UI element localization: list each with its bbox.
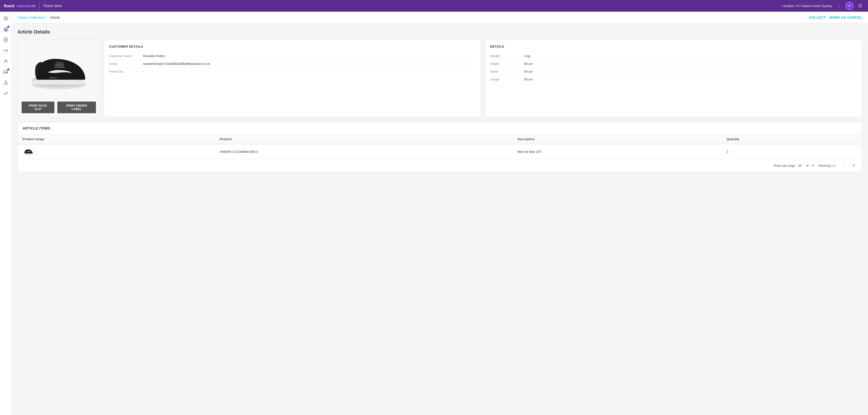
svg-rect-3 bbox=[4, 17, 8, 17]
items-table-head: Product Image Product Description Quanti… bbox=[18, 135, 862, 144]
quantity-cell: 2 bbox=[721, 144, 862, 159]
weight-value: 1 kg bbox=[524, 54, 530, 58]
print-pack-slip-button[interactable]: PRINT PACK SLIP bbox=[22, 101, 54, 113]
customer-phone-label: Phone No. bbox=[109, 70, 143, 73]
top-nav: fluent commerce ≡ Fluent Store Location:… bbox=[0, 0, 868, 12]
svg-rect-4 bbox=[4, 18, 8, 19]
pagination-bar: Rows per page 10 25 50 Showing 1-1 bbox=[18, 159, 862, 172]
product-thumb bbox=[23, 147, 34, 156]
weight-label: Weigth bbox=[490, 54, 524, 58]
col-description: Description bbox=[513, 135, 721, 144]
orders-icon bbox=[4, 38, 8, 42]
mark-as-cancel-button[interactable]: MARK AS CANCEL bbox=[830, 16, 862, 20]
breadcrumb-current: Article bbox=[50, 16, 60, 20]
breadcrumb-parent-link[interactable]: Carrier Collections bbox=[18, 16, 45, 20]
next-page-button[interactable] bbox=[850, 162, 857, 169]
product-sku-cell: AH8050-1713346661586-0 bbox=[215, 144, 513, 159]
height-label: Height bbox=[490, 62, 524, 66]
page-title: Article Details bbox=[18, 29, 862, 35]
col-product-image: Product Image bbox=[18, 135, 215, 144]
width-value: 50 cm bbox=[524, 70, 533, 73]
col-quantity: Quantity bbox=[721, 135, 862, 144]
workflow-icon bbox=[4, 49, 8, 53]
items-table-header-row: Product Image Product Description Quanti… bbox=[18, 135, 862, 144]
details-section-title: DETAILS bbox=[490, 45, 857, 48]
sidebar bbox=[0, 12, 12, 415]
product-image-cell bbox=[18, 144, 215, 159]
menu-icon bbox=[4, 17, 8, 20]
page-area: Article Details bbox=[12, 23, 868, 178]
svg-rect-16 bbox=[4, 70, 6, 72]
users-icon bbox=[4, 59, 8, 63]
details-card: DETAILS Weigth 1 kg Height 50 cm Width 5… bbox=[485, 39, 862, 117]
sidebar-item-shipping[interactable] bbox=[1, 67, 11, 77]
refresh-button[interactable] bbox=[856, 2, 864, 10]
main-layout: Carrier Collections / Article COLLECT MA… bbox=[0, 12, 868, 415]
width-row: Width 50 cm bbox=[490, 68, 857, 76]
sidebar-item-store[interactable] bbox=[1, 24, 11, 34]
shipping-badge bbox=[7, 68, 9, 70]
customer-name-label: Customer Name bbox=[109, 54, 143, 58]
sidebar-item-workflow[interactable] bbox=[1, 46, 11, 55]
table-row: AH8050-1713346661586-0 Nike Air Max 270 … bbox=[18, 144, 862, 159]
svg-rect-25 bbox=[33, 80, 85, 85]
length-label: Length bbox=[490, 78, 524, 81]
shoe-image-area: AIRMAX bbox=[22, 44, 96, 99]
top-nav-left: fluent commerce ≡ Fluent Store bbox=[4, 2, 62, 9]
alerts-icon bbox=[4, 81, 8, 85]
product-description: Nike Air Max 270 bbox=[517, 150, 541, 153]
sidebar-item-alerts[interactable] bbox=[1, 78, 11, 87]
rows-per-page: Rows per page 10 25 50 bbox=[774, 164, 814, 168]
store-name: Fluent Store bbox=[43, 4, 62, 8]
article-items-card: ARTICLE ITEMS Product Image Product Desc… bbox=[18, 122, 862, 172]
product-quantity: 2 bbox=[726, 150, 728, 153]
card-buttons: PRINT PACK SLIP PRINT ORDER LABEL bbox=[22, 101, 96, 113]
check-icon bbox=[4, 92, 8, 95]
customer-email-value: randomEmail1713346661586@fluentstore.co.… bbox=[143, 62, 210, 66]
height-value: 50 cm bbox=[524, 62, 533, 66]
sidebar-item-menu[interactable] bbox=[1, 13, 11, 23]
showing-text: Showing 1-1 bbox=[818, 164, 836, 168]
article-items-header: ARTICLE ITEMS bbox=[18, 122, 862, 135]
more-options-button[interactable]: ⋮ bbox=[835, 2, 843, 10]
breadcrumb: Carrier Collections / Article bbox=[18, 16, 60, 20]
product-sku: AH8050-1713346661586-0 bbox=[220, 150, 258, 153]
svg-text:≡: ≡ bbox=[33, 4, 34, 7]
breadcrumb-separator: / bbox=[48, 16, 48, 20]
sidebar-item-check[interactable] bbox=[1, 88, 11, 98]
image-card: AIRMAX PRINT PACK SLIP PRINT ORDER LABEL bbox=[18, 39, 100, 117]
sidebar-item-orders[interactable] bbox=[1, 35, 11, 45]
svg-rect-32 bbox=[25, 153, 33, 154]
chevron-down-icon bbox=[811, 165, 814, 167]
prev-page-button[interactable] bbox=[840, 162, 846, 169]
breadcrumb-actions: COLLECT MARK AS CANCEL bbox=[809, 16, 862, 20]
breadcrumb-bar: Carrier Collections / Article COLLECT MA… bbox=[12, 12, 868, 23]
customer-name-row: Customer Name Ronaldo Pollich bbox=[109, 52, 476, 60]
svg-point-17 bbox=[4, 72, 5, 73]
svg-rect-7 bbox=[5, 30, 6, 31]
collect-button[interactable]: COLLECT bbox=[809, 16, 826, 20]
location-text: Location: FC Fashion North Sydney bbox=[782, 4, 832, 8]
customer-phone-row: Phone No. - bbox=[109, 68, 476, 75]
top-nav-right: Location: FC Fashion North Sydney ⋮ F bbox=[782, 2, 864, 10]
svg-point-20 bbox=[6, 84, 6, 84]
height-row: Height 50 cm bbox=[490, 60, 857, 68]
refresh-icon bbox=[858, 4, 862, 8]
logo: fluent commerce ≡ bbox=[4, 3, 35, 9]
avatar-button[interactable]: F bbox=[846, 2, 854, 10]
chevron-right-icon bbox=[853, 164, 855, 167]
article-items-title: ARTICLE ITEMS bbox=[23, 126, 50, 130]
sidebar-item-users[interactable] bbox=[1, 56, 11, 66]
product-thumb-image bbox=[23, 148, 34, 155]
rows-per-page-select[interactable]: 10 25 50 bbox=[797, 164, 809, 168]
customer-phone-value: - bbox=[143, 70, 144, 73]
shipping-icon bbox=[3, 70, 8, 73]
print-order-label-button[interactable]: PRINT ORDER LABEL bbox=[57, 101, 96, 113]
svg-rect-5 bbox=[4, 20, 8, 20]
width-label: Width bbox=[490, 70, 524, 73]
length-value: 50 cm bbox=[524, 78, 533, 81]
length-row: Length 50 cm bbox=[490, 76, 857, 83]
svg-text:fluent: fluent bbox=[4, 4, 14, 8]
rows-per-page-label: Rows per page bbox=[774, 164, 795, 168]
customer-name-value: Ronaldo Pollich bbox=[143, 54, 165, 58]
